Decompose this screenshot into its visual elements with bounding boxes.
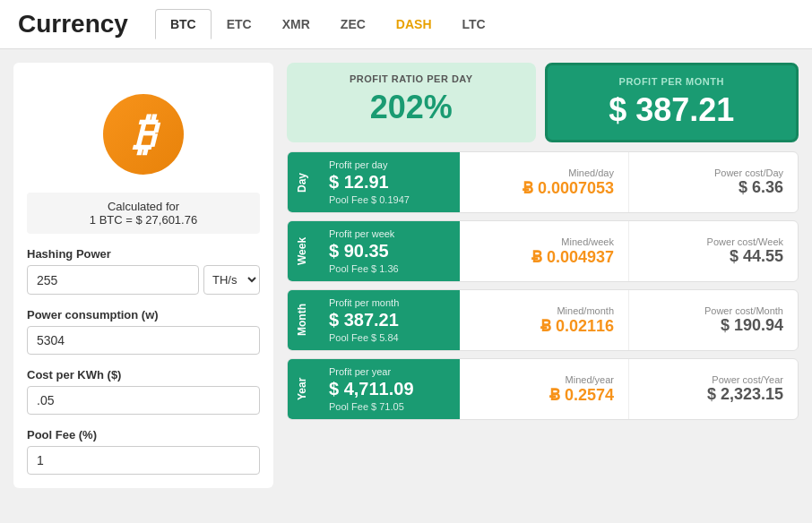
period-mined: Mined/week Ƀ 0.004937 bbox=[460, 221, 628, 281]
profit-amount: $ 12.91 bbox=[329, 172, 447, 193]
power-cost-label: Power cost/Day bbox=[644, 167, 783, 178]
power-cost-value: $ 44.55 bbox=[644, 247, 783, 266]
tab-dash[interactable]: DASH bbox=[381, 9, 447, 39]
period-label: Year bbox=[288, 359, 316, 419]
hashing-input-row: TH/s GH/s MH/s bbox=[27, 265, 260, 295]
period-mined: Mined/day Ƀ 0.0007053 bbox=[460, 152, 628, 212]
cost-kwh-group: Cost per KWh ($) bbox=[27, 368, 260, 415]
tab-btc[interactable]: BTC bbox=[155, 9, 212, 39]
ratio-value: 202% bbox=[305, 89, 518, 126]
power-cost-value: $ 6.36 bbox=[644, 178, 783, 197]
power-cost-label: Power cost/Year bbox=[644, 374, 783, 385]
tab-etc[interactable]: ETC bbox=[212, 9, 267, 39]
pool-fee: Pool Fee $ 71.05 bbox=[329, 401, 447, 412]
period-row-year: Year Profit per year $ 4,711.09 Pool Fee… bbox=[287, 358, 799, 420]
period-rows: Day Profit per day $ 12.91 Pool Fee $ 0.… bbox=[287, 151, 799, 420]
period-mined: Mined/year Ƀ 0.2574 bbox=[460, 359, 628, 419]
mined-value: Ƀ 0.004937 bbox=[474, 247, 614, 267]
period-power: Power cost/Day $ 6.36 bbox=[628, 152, 798, 212]
calc-for-value: 1 BTC = $ 27,601.76 bbox=[34, 213, 253, 227]
cost-input[interactable] bbox=[27, 386, 260, 415]
header: Currency BTCETCXMRZECDASHLTC bbox=[0, 0, 812, 49]
period-row-week: Week Profit per week $ 90.35 Pool Fee $ … bbox=[287, 220, 799, 282]
profit-title: Profit per day bbox=[329, 159, 447, 170]
pool-fee-group: Pool Fee (%) bbox=[27, 428, 260, 475]
mined-value: Ƀ 0.0007053 bbox=[474, 178, 614, 198]
period-power: Power cost/Month $ 190.94 bbox=[628, 290, 798, 350]
tab-xmr[interactable]: XMR bbox=[267, 9, 325, 39]
calc-for-box: Calculated for 1 BTC = $ 27,601.76 bbox=[27, 193, 260, 234]
cost-label: Cost per KWh ($) bbox=[27, 368, 260, 382]
bitcoin-icon-wrap: ₿ bbox=[27, 76, 260, 184]
period-row-day: Day Profit per day $ 12.91 Pool Fee $ 0.… bbox=[287, 151, 799, 213]
pool-fee: Pool Fee $ 1.36 bbox=[329, 263, 447, 274]
profit-monthly-card: PROFIT PER MONTH $ 387.21 bbox=[545, 63, 799, 142]
mined-label: Mined/week bbox=[474, 236, 614, 247]
power-cost-value: $ 190.94 bbox=[644, 316, 783, 335]
hashing-input[interactable] bbox=[27, 265, 199, 295]
period-row-month: Month Profit per month $ 387.21 Pool Fee… bbox=[287, 289, 799, 351]
power-input[interactable] bbox=[27, 326, 260, 355]
profit-ratio-card: PROFIT RATIO PER DAY 202% bbox=[287, 63, 536, 142]
pool-label: Pool Fee (%) bbox=[27, 428, 260, 442]
tab-ltc[interactable]: LTC bbox=[447, 9, 501, 39]
profit-amount: $ 387.21 bbox=[329, 310, 447, 330]
period-power: Power cost/Week $ 44.55 bbox=[628, 221, 798, 281]
period-power: Power cost/Year $ 2,323.15 bbox=[628, 359, 798, 419]
hashing-power-group: Hashing Power TH/s GH/s MH/s bbox=[27, 247, 260, 295]
tab-bar: BTCETCXMRZECDASHLTC bbox=[155, 9, 501, 39]
profit-title: Profit per month bbox=[329, 297, 447, 308]
power-cost-value: $ 2,323.15 bbox=[644, 385, 783, 404]
bitcoin-circle: ₿ bbox=[103, 94, 184, 175]
power-cost-label: Power cost/Week bbox=[644, 236, 783, 247]
power-consumption-group: Power consumption (w) bbox=[27, 308, 260, 355]
period-profit: Profit per day $ 12.91 Pool Fee $ 0.1947 bbox=[316, 152, 460, 212]
page-title: Currency bbox=[18, 10, 128, 39]
profit-amount: $ 90.35 bbox=[329, 241, 447, 262]
period-mined: Mined/month Ƀ 0.02116 bbox=[460, 290, 628, 350]
period-profit: Profit per month $ 387.21 Pool Fee $ 5.8… bbox=[316, 290, 460, 350]
right-panel: PROFIT RATIO PER DAY 202% PROFIT PER MON… bbox=[287, 63, 799, 488]
left-panel: ₿ Calculated for 1 BTC = $ 27,601.76 Has… bbox=[13, 63, 273, 488]
tab-zec[interactable]: ZEC bbox=[325, 9, 381, 39]
hashing-unit-select[interactable]: TH/s GH/s MH/s bbox=[203, 265, 260, 295]
profit-title: Profit per year bbox=[329, 366, 447, 377]
profit-title: Profit per week bbox=[329, 228, 447, 239]
power-label: Power consumption (w) bbox=[27, 308, 260, 322]
mined-label: Mined/month bbox=[474, 305, 614, 316]
period-label: Day bbox=[288, 152, 316, 212]
ratio-label: PROFIT RATIO PER DAY bbox=[305, 73, 518, 84]
mined-value: Ƀ 0.02116 bbox=[474, 316, 614, 336]
pool-fee: Pool Fee $ 0.1947 bbox=[329, 194, 447, 205]
period-profit: Profit per year $ 4,711.09 Pool Fee $ 71… bbox=[316, 359, 460, 419]
mined-label: Mined/day bbox=[474, 167, 614, 178]
period-label: Week bbox=[288, 221, 316, 281]
pool-input[interactable] bbox=[27, 446, 260, 475]
main-content: ₿ Calculated for 1 BTC = $ 27,601.76 Has… bbox=[0, 49, 812, 502]
monthly-value: $ 387.21 bbox=[566, 91, 779, 129]
pool-fee: Pool Fee $ 5.84 bbox=[329, 332, 447, 343]
power-cost-label: Power cost/Month bbox=[644, 305, 783, 316]
hashing-label: Hashing Power bbox=[27, 247, 260, 261]
monthly-label: PROFIT PER MONTH bbox=[566, 76, 779, 87]
profit-summary: PROFIT RATIO PER DAY 202% PROFIT PER MON… bbox=[287, 63, 799, 142]
calc-for-label: Calculated for bbox=[34, 200, 253, 213]
bitcoin-symbol: ₿ bbox=[133, 112, 155, 157]
profit-amount: $ 4,711.09 bbox=[329, 379, 447, 399]
period-label: Month bbox=[288, 290, 316, 350]
period-profit: Profit per week $ 90.35 Pool Fee $ 1.36 bbox=[316, 221, 460, 281]
mined-label: Mined/year bbox=[474, 374, 614, 385]
mined-value: Ƀ 0.2574 bbox=[474, 385, 614, 405]
